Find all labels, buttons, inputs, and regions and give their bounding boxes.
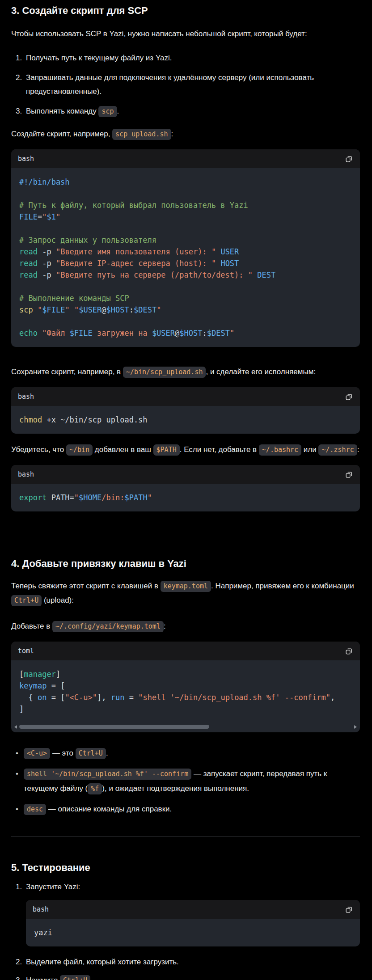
copy-icon[interactable] [345,155,353,163]
code-token: DEST [257,270,275,279]
code-line: # Путь к файлу, который выбрал пользоват… [19,199,352,211]
code-token: USER [220,247,239,256]
inline-code: <C-u> [24,748,50,759]
inline-code: keymap.toml [161,581,211,592]
code-block-export-path: bash export PATH="$HOME/bin:$PATH" [11,465,360,511]
section-heading-keybinding: 4. Добавьте привязку клавиш в Yazi [11,558,360,570]
code-content: export PATH="$HOME/bin:$PATH" [11,484,360,511]
code-token: " [56,212,60,221]
inline-code: Ctrl+U [60,975,90,980]
code-line [19,281,352,292]
section-divider [11,543,360,543]
code-token: загружен на [93,329,152,338]
inline-code: shell '~/bin/scp_upload.sh %f' --confirm [24,769,191,780]
code-token: $FILE [42,305,65,314]
code-token: read [19,259,38,268]
code-language-label: bash [18,393,34,401]
code-token: # Запрос данных у пользователя [19,236,156,245]
code-token: $HOST [179,329,202,338]
code-token: $HOME [79,493,101,502]
code-token: = [ [46,693,65,702]
code-line: { on = ["<C-u>"], run = "shell '~/bin/sc… [19,692,352,703]
copy-icon[interactable] [345,647,353,655]
paragraph-path-check: Убедитесь, что ~/bin добавлен в ваш $PAT… [11,443,360,457]
list-item: shell '~/bin/scp_upload.sh %f' --confirm… [11,766,360,796]
code-token: [ [19,670,24,679]
paragraph-create-script: Создайте скрипт, например, scp_upload.sh… [11,127,360,141]
code-content: chmod +x ~/bin/scp_upload.sh [11,406,360,434]
code-token: { [19,693,38,702]
list-item: Нажмите Ctrl+U. [24,974,360,980]
list-item: Запустите Yazi: bash yazi [24,880,360,946]
code-token: /bin: [101,493,124,502]
code-token [253,270,257,279]
code-content: [manager]keymap = [ { on = ["<C-u>"], ru… [11,660,360,723]
code-line: #!/bin/bash [19,176,352,188]
code-block-header: bash [11,149,360,168]
code-token: scp [19,305,33,314]
scrollbar-thumb[interactable] [19,725,209,729]
code-language-label: bash [33,903,49,916]
copy-icon[interactable] [345,905,353,914]
testing-steps-list: Запустите Yazi: bash yazi Выделите файл,… [11,880,360,980]
code-line [19,188,352,199]
code-token: #!/bin/bash [19,177,70,186]
code-block-chmod: bash chmod +x ~/bin/scp_upload.sh [11,387,360,434]
code-token: ] [19,705,24,714]
horizontal-scrollbar[interactable] [13,724,358,730]
code-content: yazi [26,919,360,946]
code-token: $DEST [134,305,156,314]
list-item: <C-u> — это Ctrl+U. [11,746,360,760]
copy-icon[interactable] [345,393,353,401]
code-line: scp "$FILE" "$USER@$HOST:$DEST" [19,304,352,316]
code-token: HOST [220,259,239,268]
paragraph-keybinding: Теперь свяжите этот скрипт с клавишей в … [11,579,360,608]
list-item: Выполнять команду scp. [24,104,360,118]
code-token: $DEST [207,329,230,338]
scroll-right-arrow[interactable] [354,725,357,729]
scroll-left-arrow[interactable] [14,725,17,729]
code-block-header: bash [11,465,360,484]
code-token: FILE [19,212,38,221]
section-heading-testing: 5. Тестирование [11,862,360,874]
code-token: = [ [46,681,65,690]
code-token: " [156,305,161,314]
copy-icon[interactable] [345,470,353,479]
code-language-label: toml [18,647,34,655]
code-token: $USER [79,305,101,314]
code-token: "Введите IP-адрес сервера (host): " [56,259,216,268]
inline-code: Ctrl+U [76,748,106,759]
code-line: read -p "Введите IP-адрес сервера (host)… [19,258,352,269]
code-token: " [74,493,79,502]
code-token: read [19,270,38,279]
code-token: " [148,493,152,502]
code-token: "<C-u>" [65,693,97,702]
step-text: Запустите Yazi: [26,883,80,891]
inline-code: Ctrl+U [11,595,42,606]
code-token: @ [175,329,179,338]
code-block-header: bash [26,900,360,919]
section-heading-create-scp-script: 3. Создайте скрипт для SCP [11,4,360,17]
code-token: ], [97,693,111,702]
code-token: run [111,693,125,702]
code-token: # Выполнение команды SCP [19,294,129,303]
code-block-header: bash [11,387,360,406]
code-line: ] [19,703,352,715]
list-item: Получать путь к текущему файлу из Yazi. [24,51,360,65]
code-line: FILE="$1" [19,211,352,223]
code-token: "shell '~/bin/scp_upload.sh %f' --confir… [138,693,330,702]
inline-code: ~/.zshrc [318,444,357,456]
code-token: "Введите имя пользователя (user): " [56,247,216,256]
code-line: export PATH="$HOME/bin:$PATH" [19,492,352,503]
paragraph-save-script: Сохраните скрипт, например, в ~/bin/scp_… [11,365,360,379]
code-token: $FILE [70,329,93,338]
code-token: $1 [46,212,55,221]
code-token: -p [38,247,56,256]
code-token: "Введите путь на сервере (/path/to/dest)… [56,270,253,279]
list-item: Запрашивать данные для подключения к уда… [24,71,360,98]
code-line: keymap = [ [19,680,352,692]
inline-code: ~/bin/scp_upload.sh [123,367,206,378]
keybinding-notes-list: <C-u> — это Ctrl+U. shell '~/bin/scp_upl… [11,746,360,816]
code-token: yazi [34,928,52,937]
code-token: echo [19,329,38,338]
